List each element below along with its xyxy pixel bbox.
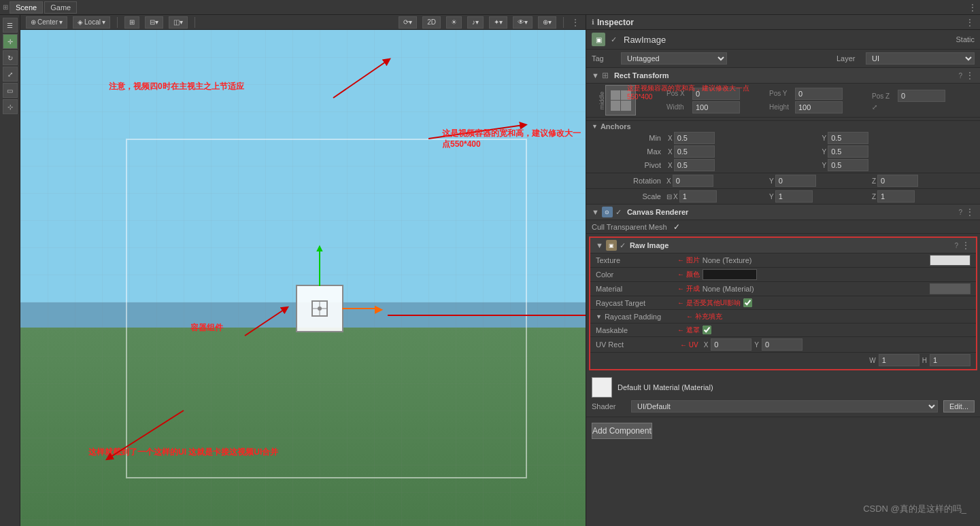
- add-component-btn[interactable]: Add Component: [592, 423, 652, 439]
- pivot-center-btn[interactable]: ⊕ Center ▾: [26, 16, 67, 29]
- grid-btn[interactable]: ⊞: [124, 16, 139, 29]
- raw-image-check[interactable]: ✓: [620, 241, 626, 250]
- anchors-triangle[interactable]: ▼: [592, 123, 598, 130]
- pivot-x-input[interactable]: [674, 159, 715, 171]
- middle-label: middle: [598, 91, 605, 109]
- pos-z-input[interactable]: [898, 90, 945, 102]
- inspector-menu-icon[interactable]: ⋮: [965, 17, 975, 28]
- scale-tool[interactable]: ⤢: [3, 67, 18, 82]
- raw-image-help[interactable]: ?: [954, 242, 958, 249]
- scale-y-input[interactable]: [775, 190, 813, 203]
- shader-dropdown[interactable]: UI/Default: [631, 400, 938, 413]
- move-tool[interactable]: ✛: [3, 34, 18, 49]
- max-y-input[interactable]: [828, 145, 868, 158]
- lighting-btn[interactable]: ☀: [446, 16, 462, 29]
- width-input[interactable]: [692, 101, 740, 113]
- scene-menu-icon[interactable]: ⋮: [571, 17, 580, 28]
- game-tab[interactable]: Game: [44, 1, 77, 14]
- min-y-input[interactable]: [828, 132, 868, 144]
- pivot-x-label: X: [668, 162, 673, 169]
- cull-mesh-check[interactable]: ✓: [673, 222, 680, 232]
- audio-btn[interactable]: ♪▾: [467, 16, 484, 29]
- color-annotation: ← 颜色: [677, 270, 700, 279]
- hand-tool[interactable]: ☰: [3, 18, 18, 33]
- uv-h-input[interactable]: [930, 354, 970, 366]
- rotation-x-input[interactable]: [673, 175, 713, 187]
- uv-y-label: Y: [754, 341, 759, 349]
- pos-y-input[interactable]: [795, 88, 843, 100]
- raw-image-section: ▼ ▣ ✓ Raw Image ? ⋮ Texture ← 图片 None (T…: [589, 236, 977, 370]
- uv-rect-row: UV Rect ← UV X Y: [590, 337, 976, 353]
- pivot-label: Pivot: [592, 161, 666, 169]
- shader-label: Shader: [592, 402, 626, 410]
- rawimage-icon: ▣: [592, 33, 605, 46]
- color-row: Color ← 颜色: [590, 268, 976, 282]
- grid-snap-btn[interactable]: ⊟▾: [145, 16, 163, 29]
- min-label: Min: [592, 134, 666, 142]
- maskable-label: Maskable: [596, 326, 677, 334]
- tag-dropdown[interactable]: Untagged: [621, 52, 727, 65]
- raycast-padding-label: Raycast Padding: [605, 313, 686, 321]
- effects-btn[interactable]: ✦▾: [489, 16, 507, 29]
- scene-toolbar: ⊕ Center ▾ ◈ Local ▾ ⊞ ⊟▾ ◫▾ ⟳▾ 2D ☀ ♪▾ …: [20, 15, 586, 30]
- color-swatch[interactable]: [703, 269, 757, 280]
- rotation-z-input[interactable]: [877, 175, 918, 187]
- min-x-input[interactable]: [674, 132, 715, 144]
- inspector-title: Inspector: [597, 18, 634, 27]
- gizmo-btn[interactable]: ◫▾: [169, 16, 188, 29]
- tabs-menu-icon[interactable]: ⋮: [968, 2, 977, 13]
- object-gizmo: [311, 300, 328, 317]
- uv-w-input[interactable]: [879, 354, 919, 366]
- default-material-section: Default UI Material (Material) Shader UI…: [586, 373, 980, 417]
- gizmos-btn[interactable]: ⊕▾: [538, 16, 556, 29]
- raycast-padding-triangle[interactable]: ▼: [596, 313, 602, 320]
- raw-image-menu[interactable]: ⋮: [961, 240, 970, 251]
- rotate-tool[interactable]: ↻: [3, 50, 18, 65]
- rect-transform-menu[interactable]: ⋮: [965, 70, 975, 81]
- expand-icon[interactable]: ⤢: [872, 103, 885, 111]
- scene-tab[interactable]: Scene: [10, 1, 43, 14]
- component-check[interactable]: ✓: [611, 35, 617, 44]
- rect-transform-help[interactable]: ?: [958, 72, 962, 80]
- orbit-btn[interactable]: ⟳▾: [399, 16, 417, 29]
- transform-tool[interactable]: ⊹: [3, 99, 18, 114]
- layer-dropdown[interactable]: UI: [866, 52, 975, 65]
- scene-viewport[interactable]: ▲ ▶ 注意，视频四0时在主视主之上节适应: [20, 30, 586, 526]
- scale-x-input[interactable]: [679, 190, 717, 203]
- shader-row: Shader UI/Default Edit...: [592, 400, 975, 413]
- texture-slot[interactable]: [930, 255, 970, 266]
- rect-tool[interactable]: ▭: [3, 83, 18, 98]
- max-x-label: X: [668, 148, 673, 156]
- component-name-row: ▣ ✓ RawImage Static: [586, 30, 980, 50]
- uv-w-label: W: [869, 357, 875, 364]
- uv-y-input[interactable]: [762, 338, 802, 351]
- pivot-y-label: Y: [822, 162, 827, 169]
- height-label: Height: [769, 103, 794, 111]
- canvas-renderer-header[interactable]: ▼ ⊙ ✓ Canvas Renderer ? ⋮: [586, 205, 980, 220]
- raw-image-header[interactable]: ▼ ▣ ✓ Raw Image ? ⋮: [590, 238, 976, 253]
- 2d-btn[interactable]: 2D: [422, 16, 441, 29]
- hidden-btn[interactable]: 👁▾: [513, 16, 533, 29]
- canvas-renderer-menu[interactable]: ⋮: [965, 207, 975, 217]
- scale-z-input[interactable]: [877, 190, 915, 203]
- edit-btn[interactable]: Edit...: [943, 400, 975, 413]
- pivot-y-input[interactable]: [828, 159, 868, 171]
- maskable-checkbox[interactable]: [703, 326, 711, 334]
- raw-image-object[interactable]: ▲ ▶: [296, 285, 343, 332]
- max-x-input[interactable]: [674, 145, 715, 158]
- material-slot[interactable]: [930, 283, 970, 294]
- anchors-annotation-container: 这是视频容器的宽和高，建议修改大一点550*400: [586, 118, 980, 121]
- raycast-target-checkbox[interactable]: [743, 298, 752, 307]
- uv-x-input[interactable]: [711, 338, 751, 351]
- x-handle[interactable]: [342, 308, 379, 309]
- canvas-renderer-check[interactable]: ✓: [615, 208, 622, 217]
- rotation-y-input[interactable]: [775, 175, 816, 187]
- height-input[interactable]: [795, 101, 843, 113]
- cull-mesh-label: Cull Transparent Mesh: [592, 223, 673, 231]
- rect-transform-section-header[interactable]: ▼ ⊞ Rect Transform ? ⋮: [586, 68, 980, 84]
- local-btn[interactable]: ◈ Local ▾: [73, 16, 110, 29]
- y-handle[interactable]: [319, 249, 320, 286]
- inspector-scroll[interactable]: ▣ ✓ RawImage Static Tag Untagged Layer U…: [586, 30, 980, 526]
- rect-transform-title: Rect Transform: [614, 71, 669, 80]
- canvas-renderer-help[interactable]: ?: [958, 209, 962, 216]
